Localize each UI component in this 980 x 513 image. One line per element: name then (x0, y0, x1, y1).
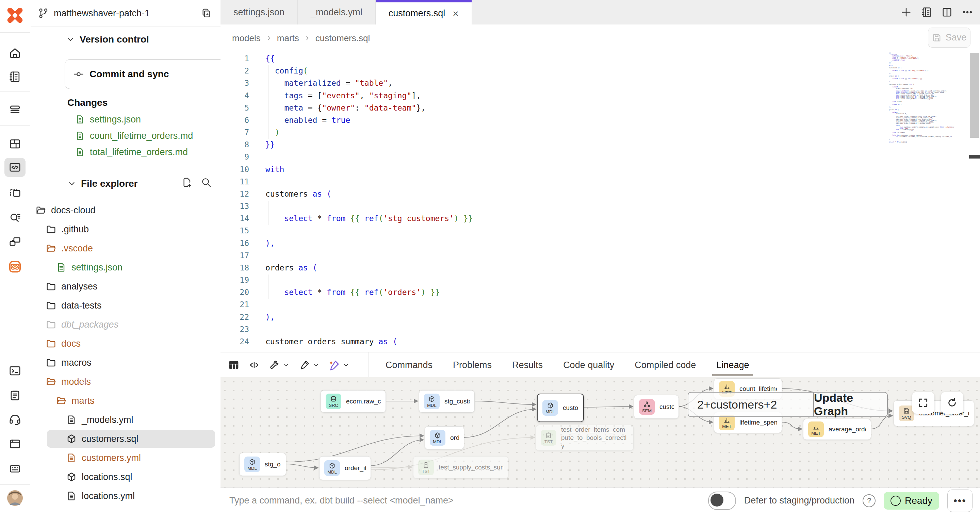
tree-item-customers-sql[interactable]: customers.sql (30, 429, 221, 448)
home-icon[interactable] (5, 44, 25, 63)
refresh-button[interactable] (941, 392, 963, 414)
tree-item-data-tests[interactable]: data-tests (30, 296, 221, 315)
dashboard-icon[interactable] (5, 134, 25, 153)
tree-item-settings-json[interactable]: settings.json+ (30, 258, 221, 277)
copy-branch-icon[interactable] (201, 8, 212, 19)
tree-item--models-yml[interactable]: _models.yml (30, 410, 221, 429)
keypad-icon[interactable] (5, 459, 25, 478)
mdl-node-icon: MDL (424, 394, 440, 409)
preview-table-icon[interactable] (228, 359, 240, 371)
tree-item-docs-cloud[interactable]: docs-cloud (30, 201, 221, 220)
lineage-node-average_order_value[interactable]: METaverage_order_value (803, 419, 871, 440)
more-options-icon[interactable] (962, 6, 973, 18)
new-tab-icon[interactable] (900, 6, 912, 18)
help-icon[interactable]: ? (862, 494, 875, 507)
changed-file[interactable]: count_lifetime_orders.md (75, 127, 215, 144)
panel-tab-lineage[interactable]: Lineage (716, 353, 749, 378)
windows-icon[interactable] (5, 232, 25, 251)
panel-tab-code-quality[interactable]: Code quality (563, 353, 614, 378)
editor-scrollbar[interactable] (970, 53, 979, 138)
minimap[interactable]: {{ config( materialized = "table", tags … (889, 53, 947, 143)
panel-tab-problems[interactable]: Problems (453, 353, 492, 378)
mdl-node-icon: MDL (244, 457, 260, 472)
breadcrumb-item[interactable]: customers.sql (315, 33, 370, 44)
line-number: 23 (221, 323, 249, 336)
layers-icon[interactable] (5, 100, 25, 119)
panel-tab-compiled-code[interactable]: Compiled code (635, 353, 696, 378)
commit-and-sync-button[interactable]: Commit and sync (65, 59, 247, 89)
ready-label: Ready (905, 495, 932, 506)
tree-item-customers-yml[interactable]: customers.yml (30, 448, 221, 467)
code-line: meta = {"owner": "data-team"}, (266, 102, 426, 114)
dbt-fix-icon[interactable] (329, 359, 350, 371)
selector-input[interactable]: 2+customers+2 (688, 392, 813, 416)
clipboard-icon[interactable] (5, 386, 25, 405)
lineage-node-customers_sem[interactable]: SEMcustomers (634, 395, 679, 419)
branch-name[interactable]: matthewshaver-patch-1 (54, 8, 150, 19)
tree-item-analyses[interactable]: analyses (30, 277, 221, 296)
lineage-node-order_items[interactable]: MDLorder_items (319, 456, 371, 480)
lineage-node-stg_customers[interactable]: MDLstg_customers (419, 390, 475, 413)
build-icon[interactable] (269, 359, 290, 371)
notebook-icon[interactable] (921, 6, 932, 18)
close-tab-icon[interactable]: × (453, 8, 459, 19)
chevron-right-icon (304, 35, 311, 41)
copilot-icon[interactable] (5, 257, 25, 276)
refresh-icon (947, 397, 958, 408)
terminal-icon[interactable] (5, 361, 25, 380)
tree-item--github[interactable]: .github (30, 220, 221, 239)
breadcrumb-item[interactable]: marts (277, 33, 299, 44)
tree-item-marts[interactable]: marts (30, 391, 221, 410)
tree-item-locations-yml[interactable]: locations.yml (30, 486, 221, 505)
new-file-icon[interactable] (182, 177, 192, 188)
tab--models-yml[interactable]: _models.yml (298, 0, 375, 24)
node-label: test_order_items_compute_to_bools_correc… (561, 426, 628, 450)
avatar[interactable] (5, 489, 25, 508)
commit-and-sync-main[interactable]: Commit and sync (65, 60, 224, 89)
version-control-header[interactable]: Version control (66, 34, 149, 45)
tree-item-dbt-packages[interactable]: dbt_packages (30, 315, 221, 334)
node-label: lifetime_spend_pretax (740, 419, 777, 426)
notebook-icon[interactable] (5, 67, 25, 86)
ready-circle-icon (891, 496, 901, 506)
frames-icon[interactable] (5, 183, 25, 202)
dbt-logo-icon[interactable] (5, 5, 25, 26)
lineage-node-customers_mdl[interactable]: MDLcustomers (537, 394, 584, 422)
fullscreen-button[interactable] (912, 392, 934, 414)
browser-icon[interactable] (5, 434, 25, 453)
format-icon[interactable] (299, 359, 320, 371)
tree-item--vscode[interactable]: .vscode (30, 239, 221, 258)
panel-tab-results[interactable]: Results (512, 353, 543, 378)
command-input[interactable]: Type a command, ex. dbt build --select <… (229, 488, 453, 513)
split-editor-icon[interactable] (941, 6, 953, 18)
mdl-node-icon: MDL (542, 400, 558, 416)
search-icon[interactable] (201, 177, 212, 188)
tree-item-macros[interactable]: macros (30, 353, 221, 372)
tree-item-docs[interactable]: docs (30, 334, 221, 353)
lineage-node-raw_customers[interactable]: SRCecom.raw_customers (321, 390, 386, 413)
tree-item-locations-sql[interactable]: locations.sql (30, 467, 221, 486)
code-editor[interactable]: 1{{2 config(3 materialized = "table",4 t… (221, 52, 980, 352)
tab-settings-json[interactable]: settings.json (221, 0, 298, 24)
breadcrumb-item[interactable]: models (232, 33, 261, 44)
update-graph-button[interactable]: Update Graph (813, 392, 887, 416)
lineage-node-stg_orders[interactable]: MDLstg_orders (239, 453, 286, 476)
headset-icon[interactable] (5, 410, 25, 429)
defer-toggle[interactable] (708, 492, 736, 510)
tab-customers-sql[interactable]: customers.sql× (375, 0, 472, 24)
status-more-button[interactable]: ••• (947, 489, 972, 512)
compile-code-icon[interactable] (248, 359, 260, 371)
changed-file[interactable]: settings.json (75, 111, 215, 128)
lineage-node-test_supply[interactable]: TSTtest_supply_costs_sum_correctly (413, 456, 508, 479)
lineage-node-orders[interactable]: MDLorders (425, 426, 464, 449)
tree-item-models[interactable]: models (30, 372, 221, 391)
save-button[interactable]: Save (928, 27, 970, 48)
lineage-node-test_order_items[interactable]: TSTtest_order_items_compute_to_bools_cor… (536, 425, 633, 451)
panel-tab-commands[interactable]: Commands (385, 353, 433, 378)
changed-file[interactable]: total_lifetime_orders.md (75, 144, 215, 160)
left-rail (0, 0, 31, 513)
search-logs-icon[interactable] (5, 208, 25, 227)
lineage-canvas[interactable]: SRCecom.raw_customersMDLstg_customersMDL… (221, 377, 980, 488)
code-editor-icon[interactable] (5, 158, 25, 177)
line-number: 4 (221, 89, 249, 102)
